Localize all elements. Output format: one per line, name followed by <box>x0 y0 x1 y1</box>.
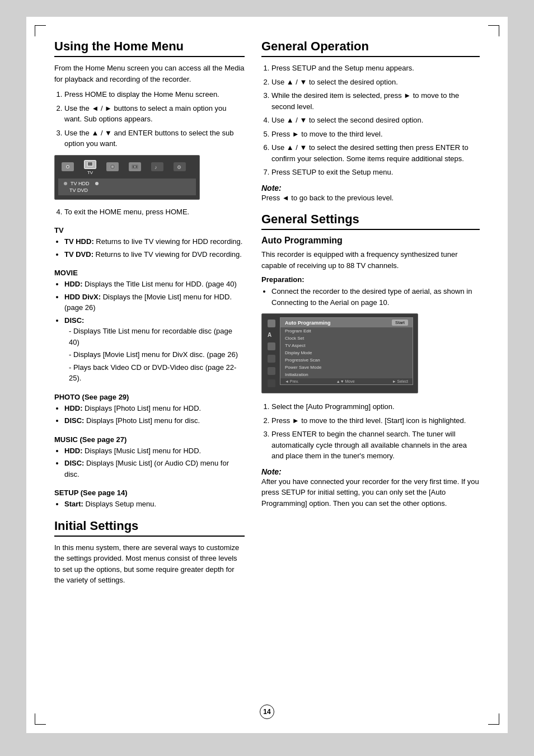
disc-sub3: - Plays back Video CD or DVD-Video disc … <box>69 362 245 384</box>
svg-text:⚙: ⚙ <box>177 165 181 170</box>
gen-step-7: Press SETUP to exit the Setup menu. <box>271 167 480 178</box>
home-menu-icons-row: TV <box>58 158 196 177</box>
side-icon-3 <box>268 355 275 363</box>
two-column-layout: Using the Home Menu From the Home Menu s… <box>54 39 480 595</box>
step-1: Press HOME to display the Home Menu scre… <box>64 89 245 100</box>
disc-sub1: - Displays Title List menu for recordabl… <box>69 326 245 348</box>
autoprog-note: Note: After you have connected your reco… <box>261 467 480 509</box>
left-column: Using the Home Menu From the Home Menu s… <box>54 39 245 595</box>
autoprog-footer: ◄ Prev. ▲▼ Move ► Select <box>280 378 413 384</box>
tv-dvd-row: TV DVD <box>64 187 190 194</box>
general-settings-section: General Settings Auto Programming This r… <box>261 212 480 509</box>
start-button-img: Start <box>392 320 408 326</box>
footer-select: ► Select <box>392 379 408 383</box>
general-operation-title: General Operation <box>261 39 480 57</box>
progressive-scan-row: Progressive Scan <box>280 356 413 364</box>
gen-step-4: Use ▲ / ▼ to select the second desired o… <box>271 115 480 126</box>
general-operation-steps: Press SETUP and the Setup menu appears. … <box>271 63 480 178</box>
movie-disc-item: DISC: - Displays Title List menu for rec… <box>64 315 245 384</box>
autoprog-menu-area: Auto Programming Start Program Edit Cloc… <box>280 317 413 389</box>
using-home-menu-step4: To exit the HOME menu, press HOME. <box>64 206 245 218</box>
tv-items: TV HDD: Returns to live TV viewing for H… <box>64 236 245 260</box>
page-number: 14 <box>260 705 274 719</box>
photo-hdd-bold: HDD: <box>64 404 83 412</box>
movie-items: HDD: Displays the Title List menu for HD… <box>64 279 245 384</box>
display-mode-label: Display Mode <box>285 350 312 355</box>
general-settings-title: General Settings <box>261 212 480 230</box>
music-category: MUSIC (See page 27) HDD: Displays [Music… <box>54 435 245 480</box>
movie-disc-bold: DISC: <box>64 316 84 325</box>
svg-point-9 <box>134 166 136 168</box>
tv-category-title: TV <box>54 226 245 234</box>
tv-hdd-bold: TV HDD: <box>64 237 94 246</box>
gen-step-6: Use ▲ / ▼ to select the desired setting … <box>271 142 480 164</box>
initialization-row: Initialization <box>280 371 413 378</box>
gen-step-3: While the desired item is selected, pres… <box>271 90 480 112</box>
using-home-menu-steps: Press HOME to display the Home Menu scre… <box>64 89 245 149</box>
setup-start-bold: Start: <box>64 500 83 508</box>
autoprog-note-label: Note: <box>261 467 282 476</box>
movie-hdd-divx-bold: HDD DivX: <box>64 293 101 301</box>
clock-set-label: Clock Set <box>285 336 304 341</box>
movie-category: MOVIE HDD: Displays the Title List menu … <box>54 269 245 384</box>
autoprog-header-row: Auto Programming Start <box>280 318 413 327</box>
side-icon-4 <box>268 367 275 375</box>
using-home-menu-intro: From the Home Menu screen you can access… <box>54 63 245 84</box>
music-hdd-bold: HDD: <box>64 447 83 455</box>
svg-rect-3 <box>88 162 92 166</box>
music-disc-bold: DISC: <box>64 459 84 467</box>
tv-hdd-row: TV HDD <box>64 180 190 187</box>
side-icon-5 <box>268 379 275 387</box>
general-operation-section: General Operation Press SETUP and the Se… <box>261 39 480 203</box>
page: Using the Home Menu From the Home Menu s… <box>26 17 508 733</box>
music-items: HDD: Displays [Music List] menu for HDD.… <box>64 445 245 480</box>
general-operation-note: Note: Press ◄ to go back to the previous… <box>261 184 480 204</box>
movie-hdd-divx-item: HDD DivX: Displays the [Movie List] menu… <box>64 292 245 313</box>
setup-category: SETUP (See page 14) Start: Displays Setu… <box>54 489 245 510</box>
prog-edit-row: Program Edit <box>280 327 413 335</box>
tv-dvd-bold: TV DVD: <box>64 250 93 259</box>
autoprog-step-1: Select the [Auto Programming] option. <box>271 401 480 412</box>
photo-hdd-item: HDD: Displays [Photo List] menu for HDD. <box>64 403 245 414</box>
step-3: Use the ▲ / ▼ and ENTER buttons to selec… <box>64 128 245 149</box>
auto-programming-screenshot: A Auto Programming Start <box>261 313 418 393</box>
home-icon-music: ♪ <box>151 162 163 172</box>
setup-category-title: SETUP (See page 14) <box>54 489 245 497</box>
movie-hdd-item: HDD: Displays the Title List menu for HD… <box>64 279 245 290</box>
initialization-label: Initialization <box>285 372 308 377</box>
tv-dvd-item: TV DVD: Returns to live TV viewing for D… <box>64 249 245 260</box>
home-menu-options: TV HDD TV DVD <box>58 179 196 195</box>
gen-step-2: Use ▲ / ▼ to select the desired option. <box>271 77 480 88</box>
corner-tr <box>488 25 499 36</box>
photo-disc-bold: DISC: <box>64 416 84 425</box>
side-letter-a: A <box>268 332 275 338</box>
gen-step-5: Press ► to move to the third level. <box>271 129 480 140</box>
prog-edit-label: Program Edit <box>285 328 311 334</box>
autoprog-note-text: After you have connected your recorder f… <box>261 477 479 508</box>
preparation-text: Connect the recorder to the desired type… <box>271 286 480 308</box>
svg-point-1 <box>67 166 69 168</box>
display-mode-row: Display Mode <box>280 349 413 356</box>
movie-disc-subitems: - Displays Title List menu for recordabl… <box>69 326 245 384</box>
disc-sub2: - Displays [Movie List] menu for DivX di… <box>69 349 245 360</box>
initial-settings-title: Initial Settings <box>54 519 245 537</box>
photo-disc-item: DISC: Displays [Photo List] menu for dis… <box>64 415 245 426</box>
corner-tl <box>35 25 46 36</box>
tv-aspect-label: TV Aspect <box>285 343 305 348</box>
movie-hdd-bold: HDD: <box>64 280 83 288</box>
progressive-scan-label: Progressive Scan <box>285 358 320 363</box>
photo-category-title: PHOTO (See page 29) <box>54 393 245 401</box>
auto-programming-intro: This recorder is equipped with a frequen… <box>261 249 480 271</box>
movie-category-title: MOVIE <box>54 269 245 277</box>
using-home-menu-title: Using the Home Menu <box>54 39 245 57</box>
step-4: To exit the HOME menu, press HOME. <box>64 206 245 218</box>
side-icon-2 <box>268 342 275 350</box>
footer-move: ▲▼ Move <box>336 379 355 383</box>
home-icon-settings <box>62 162 74 172</box>
power-save-row: Power Save Mode <box>280 364 413 371</box>
autoprog-menu: Auto Programming Start Program Edit Cloc… <box>280 317 413 385</box>
home-menu-screenshot: TV <box>54 155 200 200</box>
home-icon-gear: ⚙ <box>174 162 186 172</box>
tv-hdd-item: TV HDD: Returns to live TV viewing for H… <box>64 236 245 247</box>
photo-category: PHOTO (See page 29) HDD: Displays [Photo… <box>54 393 245 426</box>
